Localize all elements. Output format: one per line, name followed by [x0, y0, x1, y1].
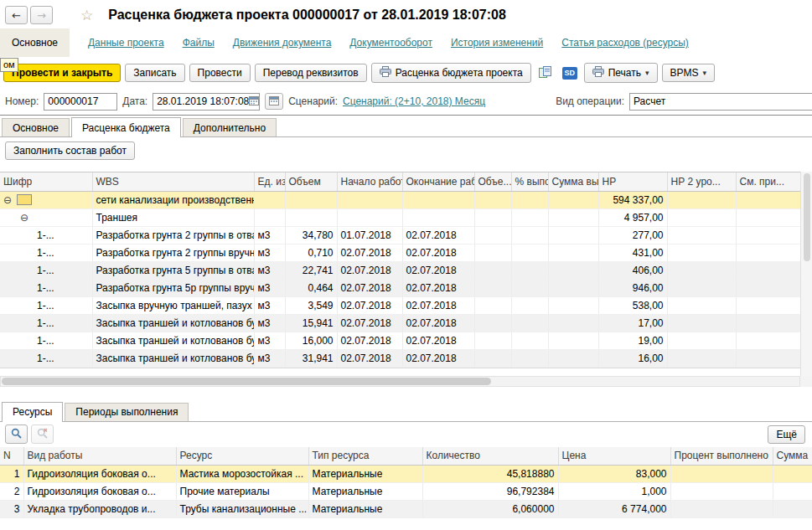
cell[interactable]: 34,780: [285, 226, 337, 244]
cell[interactable]: 02.07.2018: [337, 349, 402, 367]
cell[interactable]: Мастика морозостойкая ...: [176, 466, 308, 483]
cell[interactable]: Разработка грунта 5 группы в отва...: [92, 261, 254, 279]
operation-type-select[interactable]: Расчет: [629, 93, 812, 111]
nav-link[interactable]: Движения документа: [233, 37, 332, 49]
cell[interactable]: 45,818880: [422, 466, 558, 483]
cell[interactable]: Материальные: [308, 501, 422, 518]
column-header[interactable]: Объем: [285, 172, 337, 191]
cell[interactable]: Укладка трубопроводов и...: [23, 501, 176, 518]
cell[interactable]: [667, 261, 736, 279]
print-menu-button[interactable]: Печать ▾: [584, 63, 658, 83]
more-button[interactable]: Ещё: [768, 425, 805, 444]
cell[interactable]: 02.07.2018: [337, 261, 402, 279]
cell[interactable]: 17,00: [598, 314, 667, 332]
column-header[interactable]: Начало работы: [337, 172, 402, 191]
forward-button[interactable]: →: [30, 6, 53, 24]
cell[interactable]: 96,792384: [422, 483, 558, 501]
cell[interactable]: 02.07.2018: [337, 244, 402, 261]
cell[interactable]: [548, 314, 598, 332]
cell[interactable]: Засыпка траншей и котлованов бул...: [92, 314, 254, 332]
grid-row[interactable]: 1-...Разработка грунта 5 группы в отва..…: [0, 261, 800, 279]
cell[interactable]: Трубы канализационные ...: [176, 501, 308, 518]
cell[interactable]: [667, 279, 736, 296]
cell[interactable]: м3: [254, 349, 285, 367]
grid-row[interactable]: 1-...Разработка грунта 2 группы в отва..…: [0, 226, 800, 244]
cell[interactable]: 02.07.2018: [402, 244, 474, 261]
favorite-star-icon[interactable]: ☆: [80, 7, 93, 23]
column-header[interactable]: % выпо...: [511, 172, 548, 191]
resource-row[interactable]: 2Гидроизоляция боковая о...Прочие матери…: [0, 483, 812, 501]
cell[interactable]: 02.07.2018: [402, 332, 474, 349]
calendar-button[interactable]: [265, 93, 283, 110]
cell[interactable]: 594 337,00: [598, 191, 667, 208]
cell[interactable]: [511, 244, 548, 261]
cell[interactable]: 02.07.2018: [402, 349, 474, 367]
cell[interactable]: 0,710: [285, 244, 337, 261]
cell[interactable]: [511, 226, 548, 244]
cell[interactable]: [511, 208, 548, 226]
grid-row[interactable]: ⊖Траншея4 957,00: [0, 208, 800, 226]
cell[interactable]: [548, 349, 598, 367]
cell[interactable]: [474, 261, 511, 279]
cell[interactable]: [474, 279, 511, 296]
cell[interactable]: 01.07.2018: [337, 226, 402, 244]
cell[interactable]: [670, 483, 773, 501]
cell[interactable]: 02.07.2018: [402, 279, 474, 296]
cell[interactable]: [511, 279, 548, 296]
doc-tab[interactable]: Расценка бюджета: [71, 117, 181, 137]
cell[interactable]: Засыпка вручную траншей, пазух к...: [92, 296, 254, 314]
cell[interactable]: Гидроизоляция боковая о...: [23, 466, 176, 483]
post-and-close-button[interactable]: Провести и закрыть: [3, 64, 121, 82]
cell[interactable]: сети канализации производственн...: [92, 191, 254, 208]
cell[interactable]: [773, 483, 812, 501]
nav-tab-main[interactable]: Основное: [0, 28, 70, 57]
cell[interactable]: м3: [254, 244, 285, 261]
cell[interactable]: [667, 191, 736, 208]
cell[interactable]: [667, 332, 736, 349]
column-header[interactable]: См. при...: [736, 172, 800, 191]
tree-cell[interactable]: 1-...: [0, 314, 92, 332]
cell[interactable]: [736, 244, 800, 261]
cell[interactable]: м3: [254, 226, 285, 244]
cell[interactable]: [736, 332, 800, 349]
cell[interactable]: [511, 261, 548, 279]
scenario-link[interactable]: Сценарий: (2+10, 2018) Месяц: [343, 95, 485, 107]
cell[interactable]: Материальные: [308, 466, 422, 483]
number-input[interactable]: 000000017: [44, 93, 117, 111]
cell[interactable]: 431,00: [598, 244, 667, 261]
cell[interactable]: [474, 296, 511, 314]
cell[interactable]: м3: [254, 314, 285, 332]
back-button[interactable]: ←: [5, 6, 28, 24]
grid-row[interactable]: 1-...Засыпка траншей и котлованов бул...…: [0, 349, 800, 367]
cell[interactable]: Засыпка траншей и котлованов бул...: [92, 332, 254, 349]
cell[interactable]: Разработка грунта 2 группы в отва...: [92, 226, 254, 244]
sd-button[interactable]: SD: [560, 64, 580, 82]
column-header[interactable]: Цена: [558, 447, 670, 466]
cell[interactable]: Прочие материалы: [176, 483, 308, 501]
vertical-scrollbar-thumb[interactable]: [804, 173, 810, 261]
column-header[interactable]: Процент выполнено: [670, 447, 773, 466]
tree-cell[interactable]: 1-...: [0, 279, 92, 296]
cell[interactable]: 31,941: [285, 349, 337, 367]
nav-link[interactable]: История изменений: [451, 37, 543, 49]
column-header[interactable]: Объе...: [474, 172, 511, 191]
resources-tab[interactable]: Периоды выполнения: [65, 403, 189, 421]
cell[interactable]: [667, 244, 736, 261]
cell[interactable]: [474, 314, 511, 332]
date-input[interactable]: 28.01.2019 18:07:08: [153, 93, 260, 111]
horizontal-scrollbar-thumb[interactable]: [2, 378, 491, 385]
column-header[interactable]: Вид работы: [23, 447, 176, 466]
cell[interactable]: Траншея: [92, 208, 254, 226]
tree-collapse-icon[interactable]: ⊖: [20, 212, 28, 224]
cell[interactable]: 02.07.2018: [402, 314, 474, 332]
cell[interactable]: 538,00: [598, 296, 667, 314]
cell[interactable]: [402, 208, 474, 226]
column-header[interactable]: НР 2 уро...: [667, 172, 736, 191]
calendar-icon[interactable]: [249, 95, 259, 108]
cell[interactable]: [474, 332, 511, 349]
cell[interactable]: [773, 501, 812, 518]
column-header[interactable]: НР: [598, 172, 667, 191]
tree-cell[interactable]: 1-...: [0, 332, 92, 349]
doc-tab[interactable]: Основное: [2, 118, 70, 136]
cell[interactable]: [511, 349, 548, 367]
